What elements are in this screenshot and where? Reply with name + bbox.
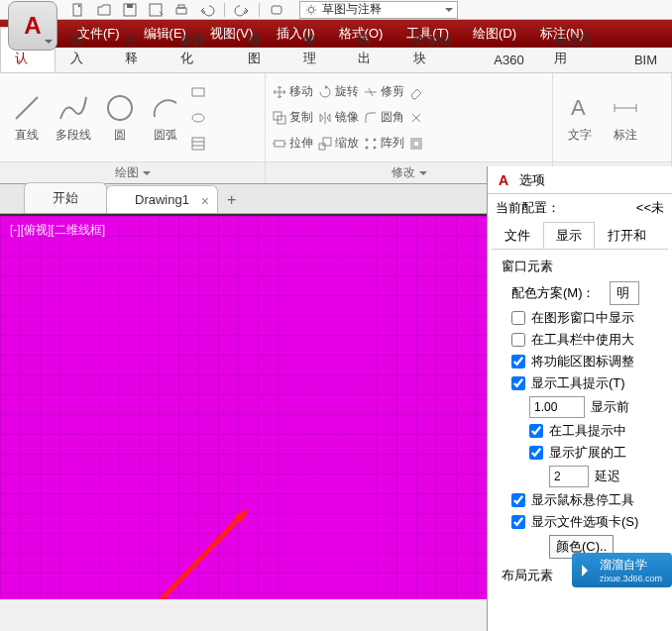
svg-rect-5 xyxy=(178,5,184,8)
quick-access-toolbar: 草图与注释 xyxy=(67,1,458,19)
tool-rect[interactable] xyxy=(190,80,206,104)
scheme-dropdown[interactable]: 明 xyxy=(610,281,639,305)
tool-array[interactable]: 阵列 xyxy=(363,132,404,156)
tool-copy[interactable]: 复制 xyxy=(272,106,313,130)
tab-output[interactable]: 输出 xyxy=(343,27,398,72)
open-icon[interactable] xyxy=(93,1,115,19)
tool-trim[interactable]: 修剪 xyxy=(363,80,404,104)
svg-rect-12 xyxy=(192,138,204,150)
tab-annotate[interactable]: 注释 xyxy=(110,27,166,72)
titlebar: 草图与注释 xyxy=(0,0,672,20)
tool-arc[interactable]: 圆弧 xyxy=(145,89,186,146)
tab-view[interactable]: 视图 xyxy=(233,27,288,72)
save-icon[interactable] xyxy=(119,1,141,19)
tooltip-delay-input[interactable] xyxy=(529,396,585,418)
tab-parametric[interactable]: 参数化 xyxy=(166,27,233,72)
chk-scrollbar[interactable]: 在图形窗口中显示 xyxy=(511,309,666,327)
tool-polyline[interactable]: 多段线 xyxy=(52,89,95,146)
drawing-viewport[interactable]: [-][俯视][二维线框] xyxy=(0,214,487,599)
tool-offset[interactable] xyxy=(408,132,424,156)
close-icon[interactable]: × xyxy=(201,193,209,209)
svg-rect-2 xyxy=(127,4,133,8)
svg-text:A: A xyxy=(571,95,586,120)
tool-mirror[interactable]: 镜像 xyxy=(317,106,359,130)
group-window-elements: 窗口元素 配色方案(M)： 明 在图形窗口中显示 在工具栏中使用大 将功能区图标… xyxy=(502,258,666,559)
dialog-title: 选项 xyxy=(519,171,545,189)
tool-rotate[interactable]: 旋转 xyxy=(317,80,359,104)
panel-draw: 直线 多段线 圆 圆弧 绘图 xyxy=(0,73,266,183)
svg-line-8 xyxy=(16,97,38,119)
saveas-icon[interactable] xyxy=(145,1,167,19)
tool-dimension[interactable]: 标注 xyxy=(605,89,646,146)
chk-file-tabs[interactable]: 显示文件选项卡(S) xyxy=(511,513,666,531)
dlgtab-display[interactable]: 显示 xyxy=(543,222,595,249)
tool-hatch[interactable] xyxy=(190,132,206,156)
group-title: 窗口元素 xyxy=(502,258,666,275)
chk-ribbon-icons[interactable]: 将功能区图标调整 xyxy=(511,353,666,370)
tt-ext-delay-label: 延迟 xyxy=(595,468,620,485)
tool-line[interactable]: 直线 xyxy=(6,89,48,146)
tooltip-delay-row: 显示前 xyxy=(529,396,666,418)
svg-rect-4 xyxy=(176,8,186,14)
tt-ext-delay-row: 延迟 xyxy=(549,466,666,487)
svg-text:A: A xyxy=(499,172,508,188)
doctab-drawing1[interactable]: Drawing1× xyxy=(106,185,218,213)
svg-point-19 xyxy=(374,138,377,141)
svg-point-7 xyxy=(308,7,313,12)
chevron-down-icon xyxy=(445,8,453,16)
chk-tt-shortcut[interactable]: 在工具提示中 xyxy=(529,422,666,440)
dlgtab-open[interactable]: 打开和 xyxy=(595,222,659,249)
tool-erase[interactable] xyxy=(408,80,424,104)
svg-rect-17 xyxy=(323,138,331,146)
chk-hover-tooltips[interactable]: 显示鼠标悬停工具 xyxy=(511,491,666,509)
tab-featured[interactable]: 精选应用 xyxy=(539,27,619,72)
svg-point-11 xyxy=(192,114,204,122)
cloud-icon[interactable] xyxy=(266,1,287,19)
tool-move[interactable]: 移动 xyxy=(272,80,313,104)
dialog-titlebar: A 选项 xyxy=(488,166,672,194)
separator xyxy=(224,3,225,17)
watermark: 溜溜自学 zixue.3d66.com xyxy=(572,553,672,587)
chk-tt-ext[interactable]: 显示扩展的工 xyxy=(529,444,666,462)
print-icon[interactable] xyxy=(170,1,192,19)
tool-circle[interactable]: 圆 xyxy=(99,89,141,146)
profile-row: 当前配置： <<未 xyxy=(488,194,672,222)
svg-rect-23 xyxy=(413,141,419,147)
profile-value: <<未 xyxy=(636,199,664,217)
doctab-start[interactable]: 开始 xyxy=(24,182,107,213)
tab-a360[interactable]: A360 xyxy=(479,48,538,72)
redo-icon[interactable] xyxy=(231,1,253,19)
dlgtab-files[interactable]: 文件 xyxy=(492,222,543,249)
tool-stretch[interactable]: 拉伸 xyxy=(272,132,313,156)
scheme-label: 配色方案(M)： xyxy=(511,284,596,302)
chevron-down-icon xyxy=(143,171,151,179)
tool-explode[interactable] xyxy=(408,106,424,130)
tab-bim[interactable]: BIM xyxy=(619,48,672,72)
tool-ellipse[interactable] xyxy=(190,106,206,130)
svg-rect-0 xyxy=(73,4,81,16)
app-icon: A xyxy=(496,171,513,189)
tab-manage[interactable]: 管理 xyxy=(288,27,344,72)
svg-rect-15 xyxy=(275,141,284,147)
svg-point-9 xyxy=(108,96,132,120)
tool-text[interactable]: A文字 xyxy=(559,89,601,146)
svg-rect-10 xyxy=(192,88,204,96)
workspace-dropdown[interactable]: 草图与注释 xyxy=(299,1,458,19)
new-icon[interactable] xyxy=(67,1,89,19)
tab-addins[interactable]: 附加模块 xyxy=(398,27,479,72)
tab-insert[interactable]: 插入 xyxy=(56,27,111,72)
tool-scale[interactable]: 缩放 xyxy=(317,132,359,156)
annotation-arrow xyxy=(149,493,268,599)
app-menu-button[interactable]: A xyxy=(8,1,57,51)
chk-large-icons[interactable]: 在工具栏中使用大 xyxy=(511,331,666,349)
profile-label: 当前配置： xyxy=(496,199,560,217)
tt-ext-delay-input[interactable] xyxy=(549,466,589,487)
play-icon xyxy=(582,565,594,577)
doctab-add[interactable]: + xyxy=(217,187,246,213)
undo-icon[interactable] xyxy=(196,1,218,19)
chk-tooltips[interactable]: 显示工具提示(T) xyxy=(511,374,666,392)
viewport-label[interactable]: [-][俯视][二维线框] xyxy=(10,222,105,239)
panel-draw-footer[interactable]: 绘图 xyxy=(0,161,265,183)
ribbon-tabs: 默认 插入 注释 参数化 视图 管理 输出 附加模块 A360 精选应用 BIM xyxy=(0,48,672,73)
tool-fillet[interactable]: 圆角 xyxy=(363,106,404,130)
